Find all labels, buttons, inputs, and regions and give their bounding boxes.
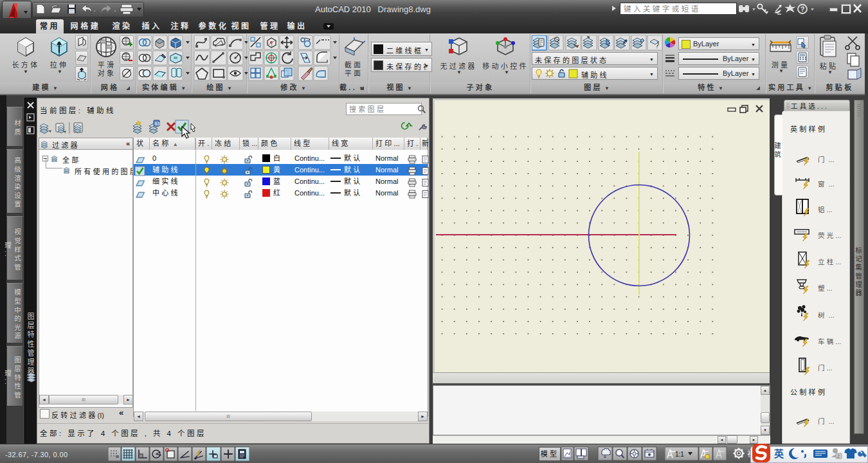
svg-text:英: 英: [774, 448, 787, 459]
svg-text:63: 63: [155, 122, 160, 126]
svg-text:1:1: 1:1: [675, 451, 684, 458]
svg-text:2: 2: [837, 454, 840, 458]
svg-text:?: ?: [800, 5, 804, 13]
